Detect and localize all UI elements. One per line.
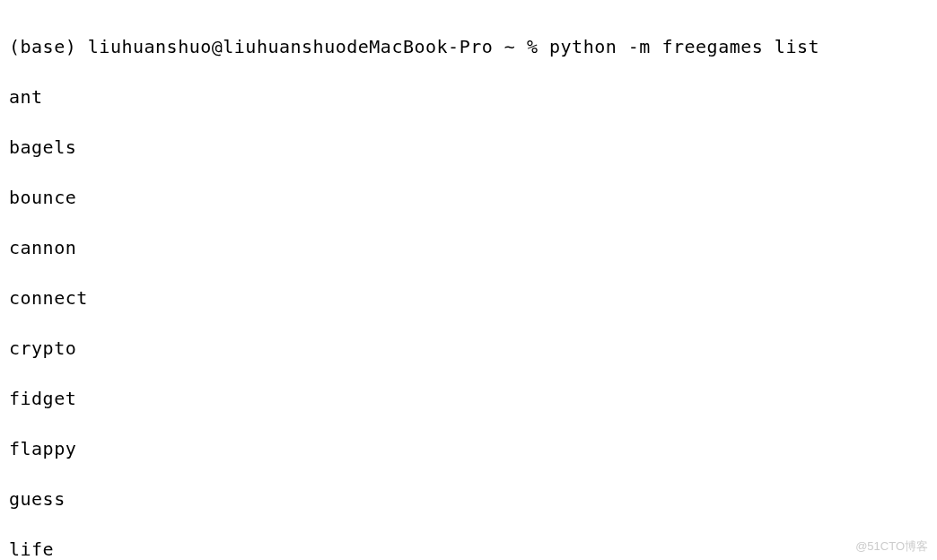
- list-item: guess: [9, 486, 928, 512]
- list-item: life: [9, 537, 928, 560]
- prompt-user-host: liuhuanshuo@liuhuanshuodeMacBook-Pro: [88, 36, 493, 57]
- terminal-output[interactable]: (base) liuhuanshuo@liuhuanshuodeMacBook-…: [9, 9, 928, 560]
- list-item: ant: [9, 84, 928, 109]
- prompt-command: python -m freegames list: [549, 36, 819, 57]
- list-item: bounce: [9, 185, 928, 210]
- list-item: flappy: [9, 436, 928, 461]
- watermark-text: @51CTO博客: [855, 538, 928, 555]
- prompt-env: (base): [9, 36, 76, 57]
- list-item: connect: [9, 285, 928, 311]
- list-item: crypto: [9, 336, 928, 361]
- list-item: cannon: [9, 235, 928, 260]
- list-item: fidget: [9, 386, 928, 411]
- prompt-line: (base) liuhuanshuo@liuhuanshuodeMacBook-…: [9, 34, 928, 59]
- prompt-path: ~: [504, 36, 516, 57]
- prompt-symbol: %: [527, 36, 539, 57]
- list-item: bagels: [9, 135, 928, 160]
